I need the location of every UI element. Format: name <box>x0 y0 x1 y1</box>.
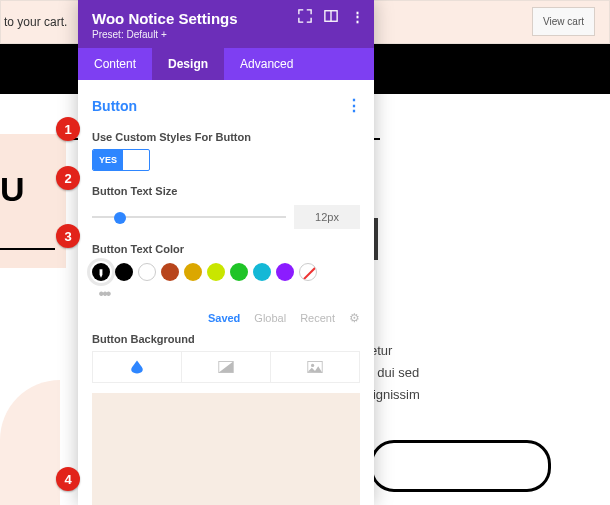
custom-styles-label: Use Custom Styles For Button <box>92 131 360 143</box>
tab-design[interactable]: Design <box>152 48 224 80</box>
expand-icon[interactable] <box>298 9 312 23</box>
tab-advanced[interactable]: Advanced <box>224 48 309 80</box>
more-swatches-icon[interactable]: ••• <box>92 285 116 303</box>
view-cart-button[interactable]: View cart <box>532 7 595 36</box>
callout-marker-1: 1 <box>56 117 80 141</box>
body-copy: etur : dui sed lignissim <box>370 340 420 406</box>
swatch[interactable] <box>161 263 179 281</box>
bg-type-tabs <box>92 351 360 383</box>
body-line: etur <box>370 340 420 362</box>
divider <box>0 248 55 250</box>
palette-global[interactable]: Global <box>254 312 286 324</box>
gear-icon[interactable]: ⚙ <box>349 311 360 325</box>
swatch[interactable] <box>253 263 271 281</box>
swatch-none[interactable] <box>299 263 317 281</box>
more-icon[interactable]: ⋮ <box>346 96 360 115</box>
accordion-label: Button <box>92 98 137 114</box>
swatch[interactable] <box>115 263 133 281</box>
custom-styles-toggle[interactable]: YES <box>92 149 150 171</box>
notice-text: to your cart. <box>4 15 67 29</box>
toggle-value: YES <box>93 150 123 170</box>
swatch[interactable] <box>207 263 225 281</box>
text-size-value[interactable]: 12px <box>294 205 360 229</box>
text-color-label: Button Text Color <box>92 243 360 255</box>
eyedropper-icon[interactable] <box>92 263 110 281</box>
tab-content[interactable]: Content <box>78 48 152 80</box>
callout-marker-2: 2 <box>56 166 80 190</box>
more-icon[interactable]: ⋮ <box>350 9 364 23</box>
bg-tab-image[interactable] <box>270 352 359 382</box>
callout-marker-4: 4 <box>56 467 80 491</box>
text-size-slider[interactable] <box>92 210 286 224</box>
settings-panel: Woo Notice Settings Preset: Default + ⋮ … <box>78 0 374 505</box>
palette-saved[interactable]: Saved <box>208 312 240 324</box>
swatch[interactable] <box>138 263 156 281</box>
cta-button[interactable] <box>370 440 551 492</box>
decor-blob <box>0 380 60 505</box>
bg-tab-color[interactable] <box>93 352 181 382</box>
bg-preview[interactable] <box>92 393 360 505</box>
accordion-button[interactable]: Button ⋮ <box>92 92 360 125</box>
bg-tab-gradient[interactable] <box>181 352 270 382</box>
svg-point-5 <box>311 364 314 367</box>
svg-marker-3 <box>219 361 233 372</box>
panel-preset[interactable]: Preset: Default + <box>92 29 360 48</box>
swatch[interactable] <box>230 263 248 281</box>
text-size-label: Button Text Size <box>92 185 360 197</box>
toggle-knob <box>126 153 146 167</box>
callout-marker-3: 3 <box>56 224 80 248</box>
swatch[interactable] <box>276 263 294 281</box>
text-color-swatches <box>92 263 360 281</box>
panel-header: Woo Notice Settings Preset: Default + ⋮ <box>78 0 374 48</box>
button-bg-label: Button Background <box>92 333 360 345</box>
swatch[interactable] <box>184 263 202 281</box>
body-line: lignissim <box>370 384 420 406</box>
panel-tabs: Content Design Advanced <box>78 48 374 80</box>
body-line: : dui sed <box>370 362 420 384</box>
palette-recent[interactable]: Recent <box>300 312 335 324</box>
columns-icon[interactable] <box>324 9 338 23</box>
